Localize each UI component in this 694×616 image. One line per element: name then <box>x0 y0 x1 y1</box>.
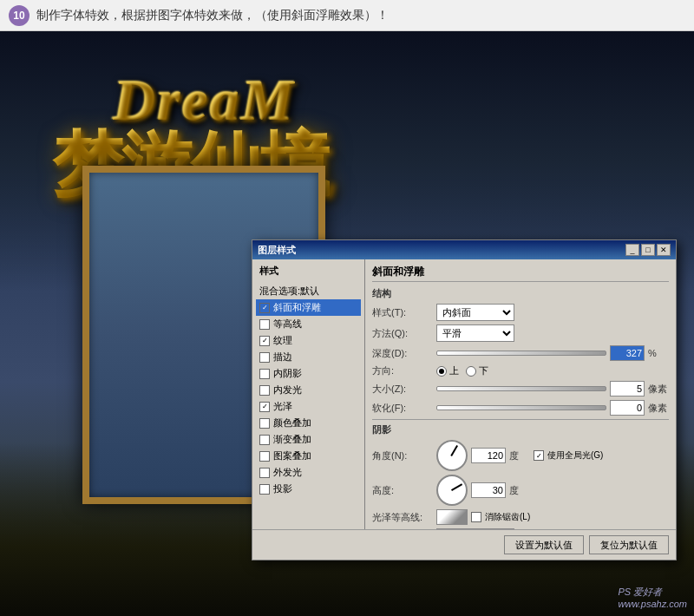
dialog-title: 图层样式 <box>258 244 296 257</box>
direction-label: 方向: <box>372 364 433 377</box>
direction-row: 方向: 上 下 <box>372 364 669 377</box>
technique-row: 方法(Q): 平滑 <box>372 324 669 342</box>
gloss-contour-preview[interactable] <box>436 509 468 525</box>
main-scene: DreaM 梦游仙境 图层样式 _ □ ✕ 样式 混合选项:默认 <box>0 31 694 616</box>
size-unit: 像素 <box>648 383 669 396</box>
satin-checkbox[interactable] <box>259 402 270 412</box>
style-row: 样式(T): 内斜面 <box>372 304 669 321</box>
anti-alias-checkbox[interactable] <box>471 512 481 522</box>
structure-subsection: 结构 <box>372 287 669 300</box>
gloss-contour-row: 光泽等高线: 消除锯齿(L) <box>372 509 669 525</box>
color-overlay-checkbox[interactable] <box>259 418 270 429</box>
direction-down-radio[interactable] <box>466 366 476 377</box>
direction-up-label: 上 <box>449 364 459 377</box>
style-bevel-emboss[interactable]: 斜面和浮雕 <box>256 299 361 316</box>
altitude-unit: 度 <box>509 484 530 497</box>
direction-down-label: 下 <box>479 364 488 377</box>
style-outer-glow[interactable]: 外发光 <box>256 464 361 481</box>
size-label: 大小(Z): <box>372 383 433 396</box>
style-blend-mode[interactable]: 混合选项:默认 <box>256 283 361 299</box>
dialog-footer: 设置为默认值 复位为默认值 <box>252 529 676 560</box>
altitude-dial[interactable] <box>436 475 468 506</box>
depth-slider[interactable] <box>436 351 606 356</box>
angle-unit: 度 <box>509 449 530 462</box>
dialog-controls[interactable]: _ □ ✕ <box>625 244 671 256</box>
direction-down-item[interactable]: 下 <box>466 364 488 377</box>
soften-label: 软化(F): <box>372 402 433 415</box>
style-contour[interactable]: 等高线 <box>256 316 361 332</box>
style-stroke[interactable]: 描边 <box>256 349 361 365</box>
altitude-label: 高度: <box>372 484 433 497</box>
gradient-overlay-checkbox[interactable] <box>259 435 270 445</box>
reset-default-button[interactable]: 复位为默认值 <box>589 535 669 554</box>
style-inner-shadow[interactable]: 内阴影 <box>256 365 361 382</box>
altitude-input[interactable] <box>471 482 506 498</box>
soften-slider[interactable] <box>436 405 606 410</box>
altitude-needle <box>451 483 462 491</box>
texture-checkbox[interactable] <box>259 336 270 346</box>
size-row: 大小(Z): 像素 <box>372 381 669 396</box>
angle-row: 角度(N): 度 使用全局光(G) <box>372 440 669 471</box>
soften-input[interactable] <box>610 400 645 416</box>
soften-row: 软化(F): 像素 <box>372 400 669 416</box>
top-instruction-bar: 10 制作字体特效，根据拼图字体特效来做，（使用斜面浮雕效果）！ <box>0 0 694 31</box>
style-inner-glow[interactable]: 内发光 <box>256 382 361 398</box>
style-drop-shadow[interactable]: 投影 <box>256 481 361 497</box>
soften-unit: 像素 <box>648 402 669 415</box>
anti-alias-label: 消除锯齿(L) <box>485 511 530 523</box>
technique-select[interactable]: 平滑 <box>436 324 514 342</box>
style-texture[interactable]: 纹理 <box>256 332 361 349</box>
contour-checkbox[interactable] <box>259 319 270 330</box>
global-light-label: 使用全局光(G) <box>547 449 603 462</box>
styles-header: 样式 <box>256 263 361 279</box>
layer-style-dialog[interactable]: 图层样式 _ □ ✕ 样式 混合选项:默认 斜面和浮雕 等 <box>252 239 677 560</box>
angle-dial[interactable] <box>436 440 468 471</box>
size-input[interactable] <box>610 381 645 396</box>
gloss-contour-label: 光泽等高线: <box>372 511 433 524</box>
size-slider[interactable] <box>436 386 606 391</box>
depth-unit: % <box>648 348 669 358</box>
settings-panel: 斜面和浮雕 结构 样式(T): 内斜面 方法(Q): 平滑 <box>365 259 676 529</box>
altitude-row: 高度: 度 <box>372 475 669 506</box>
style-label: 样式(T): <box>372 306 433 319</box>
instruction-text: 制作字体特效，根据拼图字体特效来做，（使用斜面浮雕效果）！ <box>36 8 389 23</box>
direction-up-item[interactable]: 上 <box>436 364 459 377</box>
set-default-button[interactable]: 设置为默认值 <box>504 535 584 554</box>
angle-needle <box>450 445 458 456</box>
shading-subsection: 阴影 <box>372 423 669 436</box>
minimize-button[interactable]: _ <box>625 244 639 256</box>
depth-label: 深度(D): <box>372 347 433 360</box>
style-pattern-overlay[interactable]: 图案叠加 <box>256 448 361 464</box>
outer-glow-checkbox[interactable] <box>259 468 270 478</box>
style-color-overlay[interactable]: 颜色叠加 <box>256 415 361 431</box>
style-satin[interactable]: 光泽 <box>256 398 361 415</box>
maximize-button[interactable]: □ <box>641 244 655 256</box>
angle-label: 角度(N): <box>372 449 433 462</box>
pattern-overlay-checkbox[interactable] <box>259 451 270 462</box>
inner-glow-checkbox[interactable] <box>259 385 270 396</box>
dialog-body: 样式 混合选项:默认 斜面和浮雕 等高线 纹理 <box>252 259 676 529</box>
style-gradient-overlay[interactable]: 渐变叠加 <box>256 431 361 448</box>
bevel-section-title: 斜面和浮雕 <box>372 265 669 282</box>
styles-panel: 样式 混合选项:默认 斜面和浮雕 等高线 纹理 <box>252 259 365 529</box>
depth-row: 深度(D): 327 % <box>372 345 669 361</box>
bevel-checkbox[interactable] <box>259 303 270 313</box>
close-button[interactable]: ✕ <box>657 244 671 256</box>
step-badge: 10 <box>9 5 29 26</box>
drop-shadow-checkbox[interactable] <box>259 484 270 495</box>
direction-up-radio[interactable] <box>436 366 447 377</box>
dialog-titlebar: 图层样式 _ □ ✕ <box>252 240 676 259</box>
global-light-checkbox[interactable] <box>534 450 544 461</box>
depth-input[interactable]: 327 <box>610 345 645 361</box>
stroke-checkbox[interactable] <box>259 352 270 363</box>
angle-input[interactable] <box>471 448 506 463</box>
style-select[interactable]: 内斜面 <box>436 304 514 321</box>
direction-radio-group: 上 下 <box>436 364 488 377</box>
ps-watermark: PS 爱好者www.psahz.com <box>619 586 687 609</box>
technique-label: 方法(Q): <box>372 327 433 340</box>
inner-shadow-checkbox[interactable] <box>259 369 270 379</box>
